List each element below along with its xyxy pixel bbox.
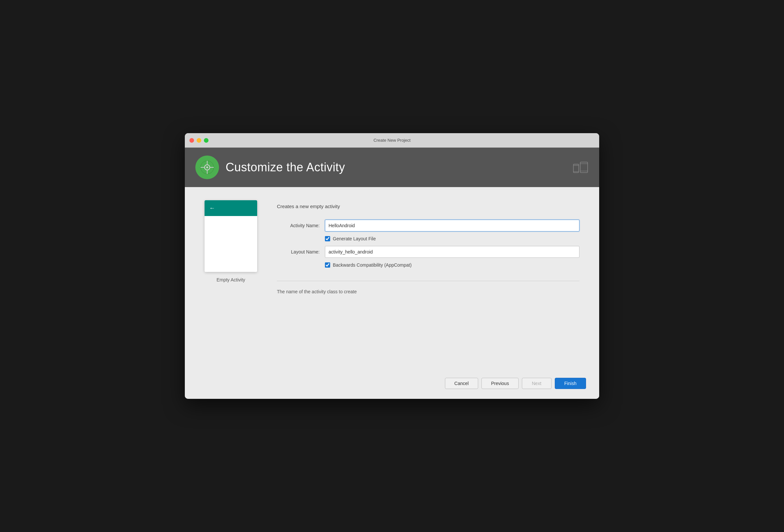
svg-point-2	[206, 166, 208, 168]
preview-section: ← Empty Activity	[204, 200, 257, 282]
next-button[interactable]: Next	[522, 378, 552, 389]
cancel-button[interactable]: Cancel	[445, 378, 478, 389]
phone-body	[204, 216, 257, 272]
header-left: Customize the Activity	[195, 156, 345, 179]
window: Create New Project Customize the Activi	[185, 133, 599, 399]
phone-preview: ←	[204, 200, 257, 272]
content-area: ← Empty Activity Creates a new empty act…	[185, 187, 599, 371]
back-arrow-icon: ←	[209, 205, 215, 212]
backwards-compat-label: Backwards Compatibility (AppCompat)	[333, 262, 412, 268]
layout-name-label: Layout Name:	[277, 249, 320, 254]
backwards-compat-checkbox[interactable]	[325, 262, 330, 268]
layout-name-row: Layout Name:	[277, 246, 580, 258]
layout-name-input[interactable]	[325, 246, 580, 258]
minimize-button[interactable]	[197, 138, 201, 143]
preview-label: Empty Activity	[216, 277, 245, 282]
phone-header-bar: ←	[204, 200, 257, 216]
android-logo	[195, 156, 219, 179]
window-title: Create New Project	[373, 138, 411, 143]
footer: Cancel Previous Next Finish	[185, 371, 599, 399]
activity-name-label: Activity Name:	[277, 223, 320, 228]
phone-tablet-icon	[573, 160, 589, 175]
window-controls	[190, 138, 208, 143]
generate-layout-label: Generate Layout File	[333, 236, 376, 241]
activity-name-input[interactable]	[325, 220, 580, 231]
maximize-button[interactable]	[204, 138, 208, 143]
content-inner: ← Empty Activity Creates a new empty act…	[204, 200, 580, 294]
hint-text: The name of the activity class to create	[277, 289, 580, 294]
device-icon-group	[573, 160, 589, 175]
android-studio-icon	[199, 160, 215, 175]
page-title: Customize the Activity	[226, 161, 345, 174]
generate-layout-row: Generate Layout File	[325, 236, 580, 241]
previous-button[interactable]: Previous	[481, 378, 518, 389]
header: Customize the Activity	[185, 148, 599, 187]
form-section: Creates a new empty activity Activity Na…	[277, 200, 580, 294]
activity-name-row: Activity Name:	[277, 220, 580, 231]
divider	[277, 281, 580, 281]
form-description: Creates a new empty activity	[277, 203, 580, 209]
close-button[interactable]	[190, 138, 194, 143]
generate-layout-checkbox[interactable]	[325, 236, 330, 241]
titlebar: Create New Project	[185, 133, 599, 148]
backwards-compat-row: Backwards Compatibility (AppCompat)	[325, 262, 580, 268]
finish-button[interactable]: Finish	[555, 378, 586, 389]
